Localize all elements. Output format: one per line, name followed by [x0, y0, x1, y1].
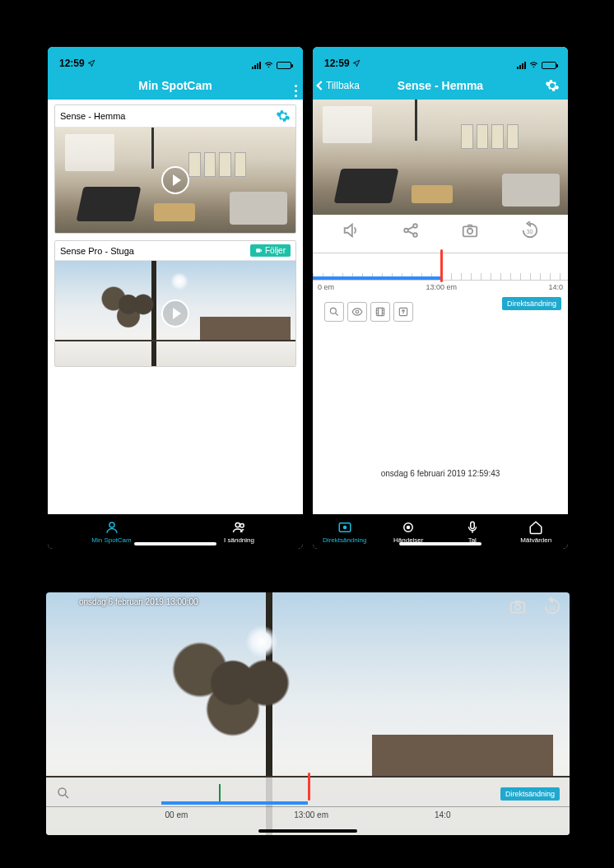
camera-icon [255, 247, 263, 254]
location-icon [87, 59, 95, 67]
home-indicator[interactable] [134, 542, 216, 545]
skip30-button[interactable]: 30 [521, 221, 539, 243]
location-icon [352, 59, 360, 67]
time-labels: 00 em 13:00 em 14:0 [46, 807, 570, 823]
zoom-button[interactable] [324, 302, 344, 322]
people-icon [232, 520, 247, 535]
event-marker [219, 784, 221, 802]
skip-icon: 30 [543, 597, 561, 615]
pin-icon [401, 520, 416, 535]
signal-icon [252, 62, 261, 69]
datetime-overlay: onsdag 6 februari 2019 13:00:00 [79, 597, 198, 606]
home-icon [528, 520, 543, 535]
home-indicator[interactable] [258, 829, 357, 833]
svg-point-11 [356, 310, 359, 313]
timeline-marker [308, 773, 310, 801]
svg-point-2 [235, 522, 240, 527]
skip-icon: 30 [521, 221, 539, 239]
export-button[interactable] [393, 302, 413, 322]
audio-button[interactable] [342, 221, 360, 243]
speaker-icon [342, 221, 360, 239]
status-time: 12:59 [59, 58, 85, 69]
landscape-live-view: onsdag 6 februari 2019 13:00:00 30 Direk… [46, 592, 570, 835]
live-icon [337, 520, 352, 535]
following-badge: Följer [250, 244, 291, 257]
camera-name: Sense - Hemma [60, 111, 125, 121]
camera-thumbnail[interactable] [55, 261, 295, 366]
play-icon [161, 299, 189, 327]
timeline-marker [440, 249, 443, 282]
nav-bar: Min SpotCam [48, 72, 303, 100]
page-title: Min SpotCam [138, 79, 212, 92]
svg-point-3 [240, 523, 244, 527]
eye-icon [351, 306, 363, 318]
gear-icon [276, 109, 291, 123]
camera-settings-button[interactable] [276, 109, 291, 123]
battery-icon [277, 62, 291, 69]
overlay-actions: 30 [509, 597, 561, 619]
share-icon [402, 221, 420, 239]
tab-live[interactable]: Direktsändning [313, 514, 377, 549]
timeline-progress [313, 276, 440, 280]
person-icon [105, 520, 119, 535]
home-indicator[interactable] [399, 542, 481, 545]
film-icon [374, 306, 386, 318]
live-button[interactable]: Direktsändning [502, 297, 561, 310]
time-labels: 0 em 13:00 em 14:0 [313, 281, 568, 294]
nav-bar: Tillbaka Sense - Hemma [313, 72, 568, 100]
camera-icon [461, 221, 479, 239]
datetime-label: onsdag 6 februari 2019 12:59:43 [313, 469, 568, 478]
svg-point-20 [515, 605, 520, 610]
status-bar: 12:59 [48, 47, 303, 72]
timeline-progress [161, 801, 308, 805]
camera-thumbnail[interactable] [55, 128, 295, 233]
eye-button[interactable] [347, 302, 367, 322]
camera-name: Sense Pro - Stuga [60, 246, 134, 256]
svg-text:30: 30 [548, 604, 555, 611]
svg-rect-18 [471, 522, 475, 528]
camera-icon [509, 597, 527, 615]
gear-icon [545, 78, 560, 93]
skip30-button[interactable]: 30 [543, 597, 561, 619]
camera-card[interactable]: Sense Pro - Stuga Följer [54, 240, 296, 367]
timeline[interactable] [46, 777, 570, 807]
timeline-overlay: Direktsändning 00 em 13:00 em 14:0 [46, 777, 570, 835]
tab-metrics[interactable]: Mätvärden [505, 514, 569, 549]
svg-point-15 [343, 526, 346, 528]
live-preview[interactable] [313, 100, 568, 215]
back-button[interactable]: Tillbaka [318, 80, 360, 91]
svg-rect-12 [376, 308, 384, 315]
svg-rect-0 [256, 248, 260, 253]
snapshot-button[interactable] [509, 597, 527, 619]
camera-list: Sense - Hemma Sense Pro - Stuga Följer [48, 100, 303, 514]
export-icon [398, 306, 409, 318]
clip-button[interactable] [370, 302, 390, 322]
action-toolbar: 30 [313, 215, 568, 249]
svg-point-10 [330, 308, 336, 313]
svg-point-8 [467, 229, 472, 234]
status-bar: 12:59 [313, 47, 568, 72]
signal-icon [517, 62, 526, 69]
mic-icon [465, 520, 480, 535]
wifi-icon [263, 61, 274, 69]
timeline-controls [319, 297, 418, 327]
search-icon [328, 306, 340, 318]
play-icon [161, 166, 189, 194]
snapshot-button[interactable] [461, 221, 479, 243]
camera-card[interactable]: Sense - Hemma [54, 104, 296, 234]
phone-live-view: 12:59 Tillbaka Sense - Hemma 30 [313, 47, 568, 549]
page-title: Sense - Hemma [398, 79, 483, 92]
settings-button[interactable] [545, 78, 560, 93]
svg-text:30: 30 [526, 228, 533, 235]
phone-camera-list: 12:59 Min SpotCam Sense - Hemma [48, 47, 303, 549]
svg-point-1 [109, 522, 114, 527]
timeline[interactable]: 0 em 13:00 em 14:0 [313, 249, 568, 294]
status-time: 12:59 [324, 58, 350, 69]
wifi-icon [528, 61, 539, 69]
share-button[interactable] [402, 221, 420, 243]
chevron-left-icon [316, 81, 325, 90]
live-content: 30 0 em 13:00 em 14:0 Direktsändning ons… [313, 100, 568, 514]
battery-icon [542, 62, 556, 69]
svg-point-17 [407, 526, 410, 528]
